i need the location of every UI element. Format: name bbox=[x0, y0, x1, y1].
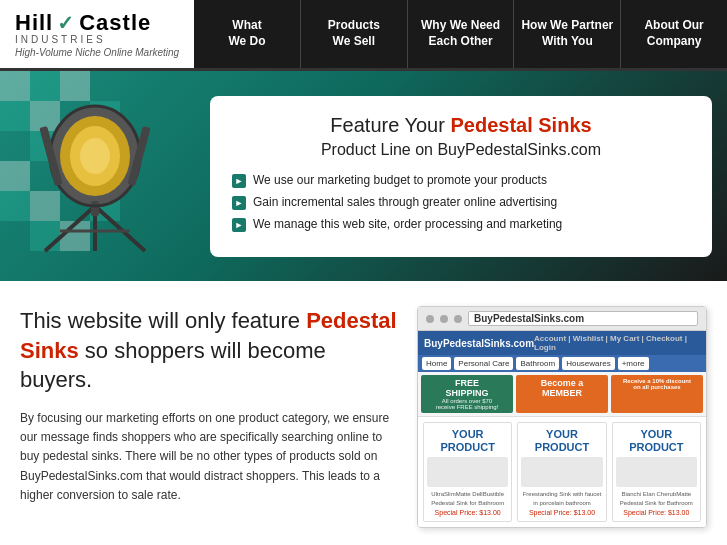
main-left-column: This website will only feature Pedestal … bbox=[20, 306, 397, 528]
svg-rect-8 bbox=[91, 201, 99, 216]
mock-nav-personal: Personal Care bbox=[454, 357, 513, 370]
site-header: Hill✓Castle Industries High-Volume Niche… bbox=[0, 0, 727, 71]
hero-subhead: Product Line on BuyPedestalSinks.com bbox=[232, 141, 690, 159]
logo-industries: Industries bbox=[15, 34, 179, 45]
mock-product-1-img bbox=[427, 457, 508, 487]
mock-site-links: Account | Wishlist | My Cart | Checkout … bbox=[534, 334, 700, 352]
logo-area: Hill✓Castle Industries High-Volume Niche… bbox=[0, 0, 194, 68]
main-content: This website will only feature Pedestal … bbox=[0, 281, 727, 545]
browser-url-bar: BuyPedestalSinks.com bbox=[468, 311, 698, 326]
bullet-icon-1: ► bbox=[232, 174, 246, 188]
mock-nav-home: Home bbox=[422, 357, 451, 370]
mock-nav-house: Housewares bbox=[562, 357, 614, 370]
main-right-column: BuyPedestalSinks.com BuyPedestalSinks.co… bbox=[417, 306, 707, 528]
bullet-icon-3: ► bbox=[232, 218, 246, 232]
hero-bullet-1-text: We use our marketing budget to promote y… bbox=[253, 173, 547, 187]
logo-castle: Castle bbox=[79, 10, 151, 36]
main-nav: WhatWe Do ProductsWe Sell Why We NeedEac… bbox=[194, 0, 727, 68]
svg-line-2 bbox=[95, 206, 145, 251]
logo-hill: Hill bbox=[15, 10, 53, 36]
mock-browser: BuyPedestalSinks.com BuyPedestalSinks.co… bbox=[417, 306, 707, 528]
hero-bullet-3: ► We manage this web site, order process… bbox=[232, 217, 690, 232]
browser-dot-yellow bbox=[440, 315, 448, 323]
mock-nav-more: +more bbox=[618, 357, 649, 370]
mock-product-1-desc: UltraSlimMatte DellBustiblePedestal Sink… bbox=[427, 490, 508, 507]
mock-product-3-price: Special Price: $13.00 bbox=[616, 509, 697, 516]
mock-promo-bar: FREESHIPPING All orders over $70receive … bbox=[418, 372, 706, 417]
hero-red-text: Pedestal Sinks bbox=[450, 114, 591, 136]
mock-promo-discount: Receive a 10% discounton all purchases bbox=[611, 375, 703, 413]
nav-about-company[interactable]: About OurCompany bbox=[621, 0, 727, 68]
mock-site-title: BuyPedestalSinks.com bbox=[424, 338, 534, 349]
hero-bullet-2-text: Gain incremental sales through greater o… bbox=[253, 195, 557, 209]
main-red-text: Pedestal Sinks bbox=[20, 308, 397, 363]
mock-promo-shipping: FREESHIPPING All orders over $70receive … bbox=[421, 375, 513, 413]
hero-bullet-3-text: We manage this web site, order processin… bbox=[253, 217, 562, 231]
mock-product-2-img bbox=[521, 457, 602, 487]
mock-product-2-desc: Freestanding Sink with faucetin porcelai… bbox=[521, 490, 602, 507]
hero-section: Feature Your Pedestal Sinks Product Line… bbox=[0, 71, 727, 281]
svg-line-0 bbox=[45, 206, 95, 251]
logo-title: Hill✓Castle bbox=[15, 10, 179, 36]
mock-site-header: BuyPedestalSinks.com Account | Wishlist … bbox=[418, 331, 706, 355]
nav-how-we-partner[interactable]: How We PartnerWith You bbox=[514, 0, 621, 68]
mock-product-1-label: YOURPRODUCT bbox=[427, 428, 508, 454]
mock-products-grid: YOURPRODUCT UltraSlimMatte DellBustibleP… bbox=[418, 417, 706, 527]
mock-product-1-price: Special Price: $13.00 bbox=[427, 509, 508, 516]
mock-product-2-label: YOURPRODUCT bbox=[521, 428, 602, 454]
mock-nav-bathroom: Bathroom bbox=[516, 357, 559, 370]
spotlight-image bbox=[15, 86, 195, 266]
browser-dot-red bbox=[426, 315, 434, 323]
browser-bar: BuyPedestalSinks.com bbox=[418, 307, 706, 331]
hero-content-box: Feature Your Pedestal Sinks Product Line… bbox=[210, 96, 712, 257]
mock-product-2-price: Special Price: $13.00 bbox=[521, 509, 602, 516]
hero-bullet-2: ► Gain incremental sales through greater… bbox=[232, 195, 690, 210]
nav-products-we-sell[interactable]: ProductsWe Sell bbox=[301, 0, 408, 68]
main-body-text: By focusing our marketing efforts on one… bbox=[20, 409, 397, 505]
mock-product-2: YOURPRODUCT Freestanding Sink with fauce… bbox=[517, 422, 606, 522]
mock-product-3: YOURPRODUCT Bianchi Elan CherubMattePede… bbox=[612, 422, 701, 522]
mock-site: BuyPedestalSinks.com Account | Wishlist … bbox=[418, 331, 706, 527]
mock-product-3-desc: Bianchi Elan CherubMattePedestal Sink fo… bbox=[616, 490, 697, 507]
bullet-icon-2: ► bbox=[232, 196, 246, 210]
main-headline: This website will only feature Pedestal … bbox=[20, 306, 397, 395]
logo-checkmark-icon: ✓ bbox=[57, 11, 75, 35]
nav-what-we-do[interactable]: WhatWe Do bbox=[194, 0, 301, 68]
nav-why-we-need[interactable]: Why We NeedEach Other bbox=[408, 0, 515, 68]
svg-point-7 bbox=[80, 138, 110, 174]
mock-product-3-img bbox=[616, 457, 697, 487]
hero-headline: Feature Your Pedestal Sinks bbox=[232, 114, 690, 137]
mock-product-3-label: YOURPRODUCT bbox=[616, 428, 697, 454]
hero-bullet-1: ► We use our marketing budget to promote… bbox=[232, 173, 690, 188]
mock-product-1: YOURPRODUCT UltraSlimMatte DellBustibleP… bbox=[423, 422, 512, 522]
mock-promo-member: Become aMEMBER bbox=[516, 375, 608, 413]
browser-dot-green bbox=[454, 315, 462, 323]
mock-site-nav: Home Personal Care Bathroom Housewares +… bbox=[418, 355, 706, 372]
logo-tagline: High-Volume Niche Online Marketing bbox=[15, 47, 179, 58]
